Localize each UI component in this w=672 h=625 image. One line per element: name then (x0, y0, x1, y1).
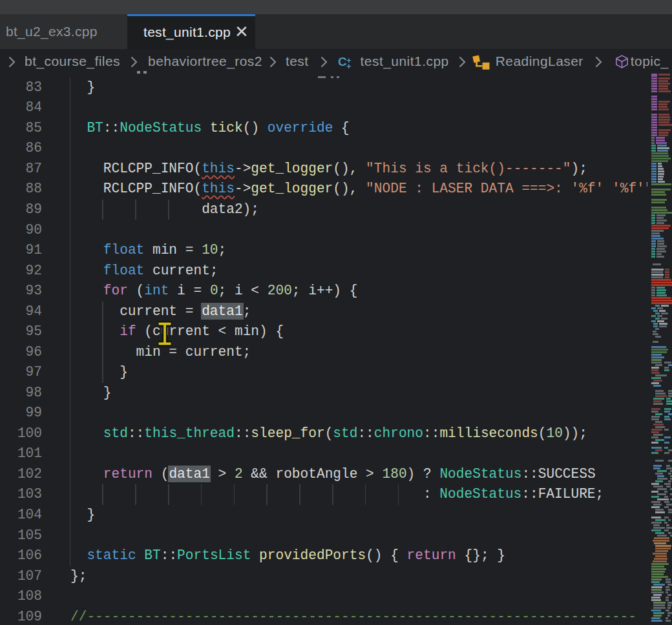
svg-text:+: + (346, 61, 352, 70)
